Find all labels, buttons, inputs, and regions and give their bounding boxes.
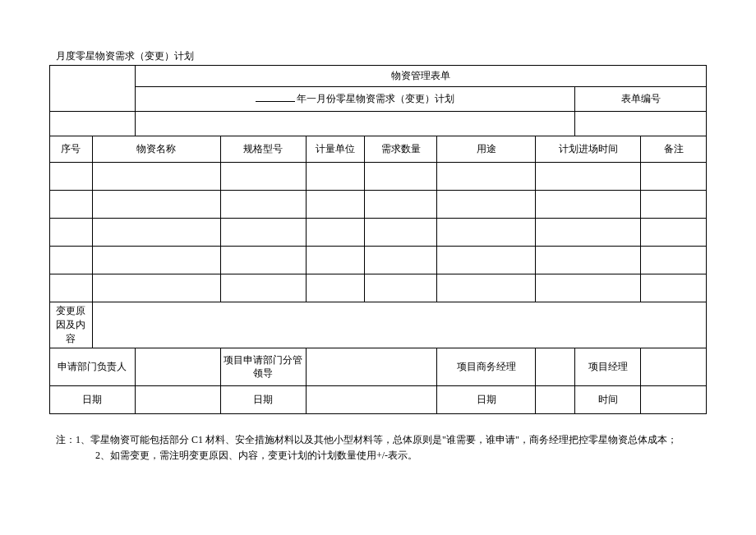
cell-remark: [641, 191, 707, 219]
footnotes: 注：1、零星物资可能包括部分 C1 材料、安全措施材料以及其他小型材料等，总体原…: [56, 432, 707, 464]
col-name: 物资名称: [92, 136, 220, 163]
cell-plan-entry: [536, 163, 641, 191]
cell-usage: [437, 247, 536, 274]
col-unit: 计量单位: [306, 136, 365, 163]
date3-value: [536, 386, 575, 414]
sig-proj-apply-leader-label: 项目申请部门分管领导: [220, 348, 306, 386]
cell-qty: [365, 191, 437, 219]
cell-name: [92, 191, 220, 219]
table-row: [50, 219, 707, 247]
date3-label: 日期: [437, 386, 536, 414]
cell-usage: [437, 219, 536, 247]
subtitle-cell: 年一月份零星物资需求（变更）计划: [135, 87, 574, 112]
cell-qty: [365, 274, 437, 302]
column-header-row: 序号 物资名称 规格型号 计量单位 需求数量 用途 计划进场时间 备注: [50, 136, 707, 163]
cell-remark: [641, 274, 707, 302]
form-no-value: [575, 112, 707, 136]
form-no-label: 表单编号: [575, 87, 707, 112]
date4-value: [641, 386, 707, 414]
cell-remark: [641, 219, 707, 247]
sig-biz-manager-label: 项目商务经理: [437, 348, 536, 386]
date2-value: [306, 386, 437, 414]
cell-qty: [365, 247, 437, 274]
change-reason-label: 变更原因及内容: [50, 302, 93, 348]
col-qty: 需求数量: [365, 136, 437, 163]
cell-usage: [437, 163, 536, 191]
cell-name: [92, 274, 220, 302]
col-plan-entry: 计划进场时间: [536, 136, 641, 163]
cell-spec: [220, 163, 306, 191]
cell-usage: [437, 274, 536, 302]
cell-unit: [306, 247, 365, 274]
cell-unit: [306, 274, 365, 302]
cell-name: [92, 219, 220, 247]
page-title: 月度零星物资需求（变更）计划: [56, 49, 707, 63]
sig-biz-manager-value: [536, 348, 575, 386]
date1-value: [135, 386, 220, 414]
header-band: 物资管理表单: [135, 66, 706, 87]
cell-seq: [50, 191, 93, 219]
cell-spec: [220, 219, 306, 247]
cell-unit: [306, 163, 365, 191]
col-remark: 备注: [641, 136, 707, 163]
table-row: [50, 191, 707, 219]
table-row: [50, 163, 707, 191]
cell-seq: [50, 219, 93, 247]
date4-label: 时间: [575, 386, 641, 414]
cell-plan-entry: [536, 219, 641, 247]
cell-qty: [365, 219, 437, 247]
signature-row: 申请部门负责人 项目申请部门分管领导 项目商务经理 项目经理: [50, 348, 707, 386]
change-reason-row: 变更原因及内容: [50, 302, 707, 348]
cell-plan-entry: [536, 274, 641, 302]
cell-seq: [50, 163, 93, 191]
sig-proj-apply-leader-value: [306, 348, 437, 386]
cell-remark: [641, 247, 707, 274]
cell-name: [92, 247, 220, 274]
footnote-line-2: 2、如需变更，需注明变更原因、内容，变更计划的计划数量使用+/-表示。: [95, 448, 707, 464]
sig-proj-manager-value: [641, 348, 707, 386]
cell-qty: [365, 163, 437, 191]
top-left-blank: [50, 66, 136, 112]
table-row: [50, 274, 707, 302]
col-seq: 序号: [50, 136, 93, 163]
material-form-table: 物资管理表单 年一月份零星物资需求（变更）计划 表单编号 序号 物资名称 规格型…: [49, 65, 707, 414]
year-blank-underline: [256, 92, 295, 102]
sig-proj-manager-label: 项目经理: [575, 348, 641, 386]
col-usage: 用途: [437, 136, 536, 163]
cell-plan-entry: [536, 247, 641, 274]
cell-unit: [306, 191, 365, 219]
subtitle-text: 年一月份零星物资需求（变更）计划: [297, 93, 454, 104]
cell-seq: [50, 247, 93, 274]
col-spec: 规格型号: [220, 136, 306, 163]
cell-unit: [306, 219, 365, 247]
cell-seq: [50, 274, 93, 302]
sig-dept-head-value: [135, 348, 220, 386]
cell-spec: [220, 191, 306, 219]
cell-name: [92, 163, 220, 191]
cell-spec: [220, 274, 306, 302]
cell-spec: [220, 247, 306, 274]
cell-usage: [437, 191, 536, 219]
table-row: [50, 247, 707, 274]
date2-label: 日期: [220, 386, 306, 414]
cell-remark: [641, 163, 707, 191]
change-reason-value: [92, 302, 706, 348]
footnote-line-1: 注：1、零星物资可能包括部分 C1 材料、安全措施材料以及其他小型材料等，总体原…: [56, 432, 707, 448]
cell-plan-entry: [536, 191, 641, 219]
date-row: 日期 日期 日期 时间: [50, 386, 707, 414]
date1-label: 日期: [50, 386, 136, 414]
sig-dept-head-label: 申请部门负责人: [50, 348, 136, 386]
